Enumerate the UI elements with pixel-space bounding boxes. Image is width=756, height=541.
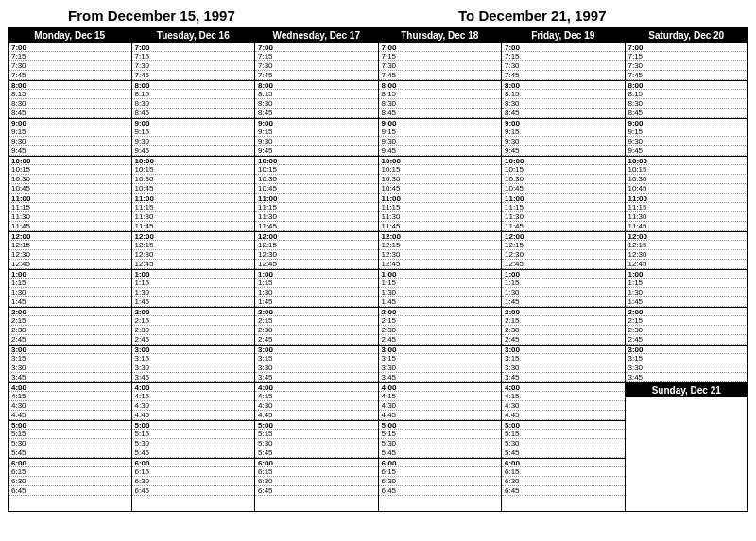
- time-slot[interactable]: 7:30: [379, 61, 502, 71]
- time-slot[interactable]: 3:00: [379, 345, 502, 354]
- time-slot[interactable]: 10:00: [255, 156, 378, 165]
- time-slot[interactable]: 1:15: [132, 279, 255, 288]
- time-slot[interactable]: 12:45: [132, 260, 255, 269]
- time-slot[interactable]: 6:30: [9, 477, 131, 486]
- time-slot[interactable]: 7:30: [626, 61, 748, 71]
- time-slot[interactable]: 8:00: [626, 80, 748, 90]
- time-slot[interactable]: 11:00: [132, 194, 255, 203]
- time-slot[interactable]: 3:45: [255, 373, 378, 382]
- time-slot[interactable]: 12:45: [379, 260, 502, 269]
- time-slot[interactable]: 6:00: [9, 458, 131, 467]
- time-slot[interactable]: 2:30: [626, 326, 748, 335]
- time-slot[interactable]: 7:15: [379, 52, 502, 61]
- time-slot[interactable]: 8:00: [379, 80, 502, 90]
- time-slot[interactable]: 4:45: [132, 411, 255, 420]
- time-slot[interactable]: 6:30: [132, 477, 255, 486]
- time-slot[interactable]: 12:15: [502, 241, 625, 250]
- time-slot[interactable]: 2:15: [132, 316, 255, 326]
- time-slot[interactable]: 6:30: [379, 477, 502, 486]
- time-slot[interactable]: 11:00: [626, 194, 748, 203]
- time-slot[interactable]: 9:30: [9, 137, 131, 146]
- time-slot[interactable]: 5:15: [9, 430, 131, 439]
- time-slot[interactable]: 12:15: [132, 241, 255, 250]
- time-slot[interactable]: 3:15: [502, 354, 625, 363]
- time-slot[interactable]: 4:00: [255, 382, 378, 392]
- time-slot[interactable]: 9:15: [626, 127, 748, 137]
- time-slot[interactable]: 11:00: [255, 194, 378, 203]
- time-slot[interactable]: 6:00: [132, 458, 255, 467]
- time-slot[interactable]: 10:15: [502, 165, 625, 175]
- time-slot[interactable]: 4:15: [379, 392, 502, 401]
- time-slot[interactable]: 5:15: [255, 430, 378, 439]
- time-slot[interactable]: 10:00: [132, 156, 255, 165]
- time-slot[interactable]: 7:45: [379, 71, 502, 80]
- time-slot[interactable]: 8:30: [9, 99, 131, 109]
- time-slot[interactable]: 8:15: [9, 90, 131, 99]
- time-slot[interactable]: 3:30: [132, 363, 255, 373]
- time-slot[interactable]: 4:00: [9, 382, 131, 392]
- time-slot[interactable]: 9:15: [255, 127, 378, 137]
- time-slot[interactable]: 9:15: [502, 127, 625, 137]
- time-slot[interactable]: 5:15: [502, 430, 625, 439]
- time-slot[interactable]: 10:30: [9, 175, 131, 184]
- time-slot[interactable]: 10:15: [255, 165, 378, 175]
- time-slot[interactable]: 4:15: [255, 392, 378, 401]
- time-slot[interactable]: 6:45: [379, 486, 502, 496]
- time-slot[interactable]: 8:00: [255, 80, 378, 90]
- time-slot[interactable]: 8:45: [255, 109, 378, 118]
- time-slot[interactable]: 2:30: [379, 326, 502, 335]
- time-slot[interactable]: 2:00: [132, 307, 255, 316]
- time-slot[interactable]: 5:45: [502, 448, 625, 458]
- time-slot[interactable]: 4:15: [9, 392, 131, 401]
- time-slot[interactable]: 9:30: [626, 137, 748, 146]
- time-slot[interactable]: 7:00: [9, 42, 131, 52]
- time-slot[interactable]: 4:45: [502, 411, 625, 420]
- time-slot[interactable]: 12:45: [9, 260, 131, 269]
- time-slot[interactable]: 6:45: [255, 486, 378, 496]
- time-slot[interactable]: 10:45: [626, 184, 748, 194]
- time-slot[interactable]: 10:00: [502, 156, 625, 165]
- time-slot[interactable]: 3:00: [132, 345, 255, 354]
- time-slot[interactable]: 3:15: [255, 354, 378, 363]
- time-slot[interactable]: 12:30: [255, 250, 378, 260]
- time-slot[interactable]: 7:30: [9, 61, 131, 71]
- time-slot[interactable]: 3:00: [255, 345, 378, 354]
- time-slot[interactable]: 11:45: [9, 222, 131, 231]
- time-slot[interactable]: 12:30: [9, 250, 131, 260]
- time-slot[interactable]: 2:15: [626, 316, 748, 326]
- time-slot[interactable]: 5:45: [9, 448, 131, 458]
- time-slot[interactable]: 5:30: [132, 439, 255, 448]
- time-slot[interactable]: 4:30: [502, 401, 625, 411]
- time-slot[interactable]: 2:00: [255, 307, 378, 316]
- time-slot[interactable]: 9:30: [132, 137, 255, 146]
- time-slot[interactable]: 9:00: [132, 118, 255, 127]
- time-slot[interactable]: 12:30: [626, 250, 748, 260]
- time-slot[interactable]: 1:00: [255, 269, 378, 279]
- time-slot[interactable]: 2:00: [9, 307, 131, 316]
- time-slot[interactable]: 8:15: [379, 90, 502, 99]
- time-slot[interactable]: 1:15: [626, 279, 748, 288]
- time-slot[interactable]: 3:45: [379, 373, 502, 382]
- time-slot[interactable]: 3:45: [626, 373, 748, 382]
- time-slot[interactable]: 5:30: [255, 439, 378, 448]
- time-slot[interactable]: 9:00: [9, 118, 131, 127]
- time-slot[interactable]: 7:45: [9, 71, 131, 80]
- time-slot[interactable]: 7:00: [255, 42, 378, 52]
- time-slot[interactable]: 8:15: [502, 90, 625, 99]
- time-slot[interactable]: 12:15: [255, 241, 378, 250]
- time-slot[interactable]: 3:15: [9, 354, 131, 363]
- time-slot[interactable]: 12:15: [626, 241, 748, 250]
- time-slot[interactable]: 3:00: [626, 345, 748, 354]
- time-slot[interactable]: 3:30: [626, 363, 748, 373]
- time-slot[interactable]: 11:30: [9, 212, 131, 222]
- time-slot[interactable]: 8:45: [132, 109, 255, 118]
- time-slot[interactable]: 1:00: [132, 269, 255, 279]
- time-slot[interactable]: 9:45: [9, 146, 131, 156]
- time-slot[interactable]: 11:00: [379, 194, 502, 203]
- time-slot[interactable]: 5:00: [9, 420, 131, 430]
- time-slot[interactable]: 11:45: [132, 222, 255, 231]
- time-slot[interactable]: 9:45: [502, 146, 625, 156]
- time-slot[interactable]: 11:15: [255, 203, 378, 212]
- time-slot[interactable]: 4:00: [379, 382, 502, 392]
- time-slot[interactable]: 11:00: [9, 194, 131, 203]
